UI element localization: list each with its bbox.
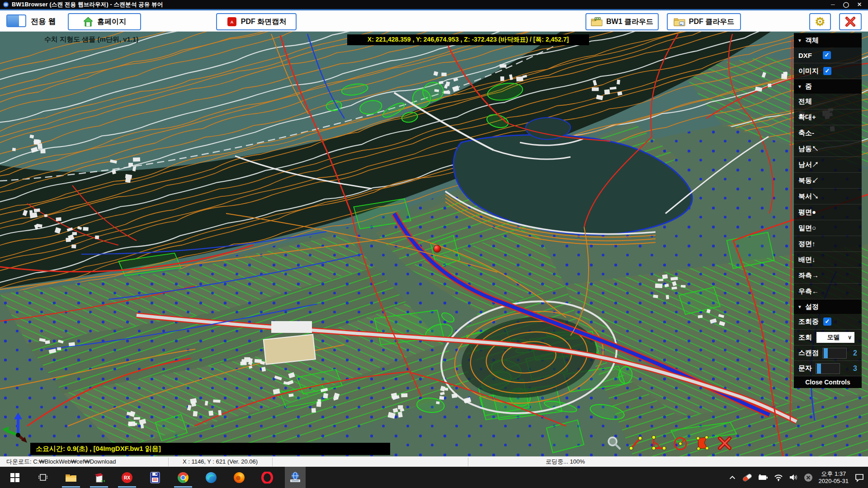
dedicated-web-label: 전용 웹 xyxy=(31,16,56,27)
maximize-icon[interactable]: ◯ xyxy=(843,0,849,9)
pdf-cloud-button[interactable]: PDF 클라우드 xyxy=(667,13,741,30)
text-size-slider[interactable] xyxy=(816,363,840,374)
section-zoom[interactable]: ▼ 줌 xyxy=(794,79,862,94)
close-icon[interactable]: ✕ xyxy=(857,0,862,9)
axis-gizmo[interactable] xyxy=(2,412,33,443)
check-icon: ✓ xyxy=(825,317,830,326)
layer-image-row: 이미지 ✓ xyxy=(794,63,862,79)
taskbar-bw1browser-active[interactable] xyxy=(285,467,306,488)
minimize-icon[interactable]: ─ xyxy=(831,0,835,9)
triangle-collapse-icon: ▼ xyxy=(797,84,802,89)
measure-radius-icon[interactable] xyxy=(671,434,689,452)
check-icon: ✓ xyxy=(825,51,830,59)
status-bar: 다운로드: C:₩BlockWeb₩cef₩Download X : 1146,… xyxy=(0,456,868,467)
homepage-button[interactable]: 홈페이지 xyxy=(68,13,141,30)
dedicated-web-toggle[interactable] xyxy=(6,14,26,27)
view-southeast-button[interactable]: 남동↖ xyxy=(794,141,862,157)
measure-angle-icon[interactable] xyxy=(649,434,667,452)
disconnected-status-icon[interactable] xyxy=(804,473,813,482)
taskbar-editor-app[interactable]: ++ xyxy=(89,467,109,488)
zoom-in-button[interactable]: 확대+ xyxy=(794,109,862,125)
running-indicator xyxy=(174,486,192,488)
clear-measure-icon[interactable] xyxy=(716,434,734,452)
file-explorer-icon xyxy=(65,472,77,483)
opera-icon xyxy=(261,472,273,483)
section-settings[interactable]: ▼ 설정 xyxy=(794,299,862,314)
gear-icon: ⚙ xyxy=(815,15,825,29)
zoom-out-button[interactable]: 축소- xyxy=(794,125,862,141)
pdf-capture-button[interactable]: A PDF 화면캡처 xyxy=(216,13,297,30)
bw1-cloud-button[interactable]: BW1 클라우드 xyxy=(585,13,659,30)
settings-button[interactable]: ⚙ xyxy=(809,13,831,30)
layer-dxf-row: DXF ✓ xyxy=(794,47,862,63)
taskbar-file-explorer[interactable] xyxy=(61,467,81,488)
magnifier-icon[interactable] xyxy=(605,434,623,452)
app-window: BW1Browser (스캔 전용 웹브라우저) - 스캔분석 공유 뷰어 ─ … xyxy=(0,0,868,488)
tray-clock[interactable]: 오후 1:37 2020-05-31 xyxy=(819,470,849,485)
view-left-button[interactable]: 좌측→ xyxy=(794,268,862,284)
folder-document-icon xyxy=(674,17,685,27)
statusbar-divider xyxy=(272,458,273,466)
viewing-checkbox[interactable]: ✓ xyxy=(823,317,831,326)
scan-point-slider[interactable] xyxy=(822,348,847,359)
taskbar-disk-app[interactable] xyxy=(145,467,165,488)
tray-expand-icon[interactable] xyxy=(728,474,736,481)
triangle-collapse-icon: ▼ xyxy=(797,38,802,43)
scan-point-row: 스캔점 2 xyxy=(794,346,862,361)
map-sample-label: 수치 지형도 샘플 (m단위, v1.1) xyxy=(44,35,138,44)
windows-taskbar: ++ RX xyxy=(0,467,868,488)
section-objects[interactable]: ▼ 객체 xyxy=(794,33,862,47)
svg-text:A: A xyxy=(231,20,234,24)
running-indicator xyxy=(62,486,80,488)
map-viewport[interactable]: 수치 지형도 샘플 (m단위, v1.1) X: 221,428.359 , Y… xyxy=(0,32,868,456)
view-plan-button[interactable]: 평면● xyxy=(794,204,862,220)
floppy-disk-icon xyxy=(150,472,160,483)
view-front-button[interactable]: 정면↑ xyxy=(794,236,862,252)
exit-button[interactable] xyxy=(839,13,862,30)
terrain-map-canvas[interactable] xyxy=(0,32,868,456)
close-x-icon xyxy=(844,15,857,28)
taskbar-rx-app[interactable]: RX xyxy=(117,467,137,488)
measure-distance-icon[interactable] xyxy=(627,434,645,452)
view-right-button[interactable]: 우측← xyxy=(794,284,862,299)
taskbar-opera[interactable] xyxy=(257,467,278,488)
query-row: 조회 모델 ∨ xyxy=(794,330,862,346)
volume-icon[interactable] xyxy=(789,474,798,481)
svg-text:++: ++ xyxy=(101,479,105,483)
clock-date: 2020-05-31 xyxy=(819,478,849,485)
task-view-button[interactable] xyxy=(33,467,53,488)
dxf-checkbox[interactable]: ✓ xyxy=(823,51,831,59)
taskbar-chrome[interactable] xyxy=(173,467,193,488)
running-indicator xyxy=(90,486,108,488)
battery-icon[interactable] xyxy=(758,474,768,481)
view-bottom-button[interactable]: 밑면○ xyxy=(794,220,862,236)
view-northwest-button[interactable]: 북서↘ xyxy=(794,189,862,204)
measure-area-icon[interactable] xyxy=(693,434,712,452)
start-button[interactable] xyxy=(5,467,25,488)
triangle-collapse-icon: ▼ xyxy=(797,304,802,309)
view-northeast-button[interactable]: 북동↙ xyxy=(794,173,862,189)
action-center-icon[interactable] xyxy=(854,473,864,482)
title-bar: BW1Browser (스캔 전용 웹브라우저) - 스캔분석 공유 뷰어 ─ … xyxy=(0,0,868,9)
zoom-fit-button[interactable]: 전체 xyxy=(794,94,862,109)
loading-status: 로딩중... 100% xyxy=(546,457,585,467)
tray-pill-icon[interactable] xyxy=(742,473,753,482)
statusbar-divider xyxy=(468,458,468,466)
load-status-text: 소요시간: 0.9(초) , [04ImgDXF.bw1 읽음] xyxy=(30,443,390,455)
text-size-row: 문자 3 xyxy=(794,361,862,376)
cursor-position: X : 1146, Y : 621 (Ver. 20.06) xyxy=(168,457,272,467)
wifi-icon[interactable] xyxy=(774,474,783,481)
image-checkbox[interactable]: ✓ xyxy=(823,67,831,75)
close-controls-button[interactable]: Close Controls xyxy=(794,376,862,388)
coordinate-readout: X: 221,428.359 , Y: 246,674.953 , Z: -37… xyxy=(347,34,589,45)
check-icon: ✓ xyxy=(825,67,830,75)
control-panel: ▼ 객체 DXF ✓ 이미지 ✓ ▼ 줌 전체 확대+ 축소- 남동↖ 남서↗ … xyxy=(794,33,862,388)
measure-toolbar xyxy=(605,434,734,452)
firefox-icon xyxy=(233,472,245,483)
view-back-button[interactable]: 배면↓ xyxy=(794,252,862,268)
view-southwest-button[interactable]: 남서↗ xyxy=(794,157,862,173)
taskbar-edge[interactable] xyxy=(201,467,222,488)
folder-film-icon xyxy=(591,17,603,27)
query-mode-select[interactable]: 모델 ∨ xyxy=(816,332,854,343)
taskbar-firefox[interactable] xyxy=(229,467,250,488)
